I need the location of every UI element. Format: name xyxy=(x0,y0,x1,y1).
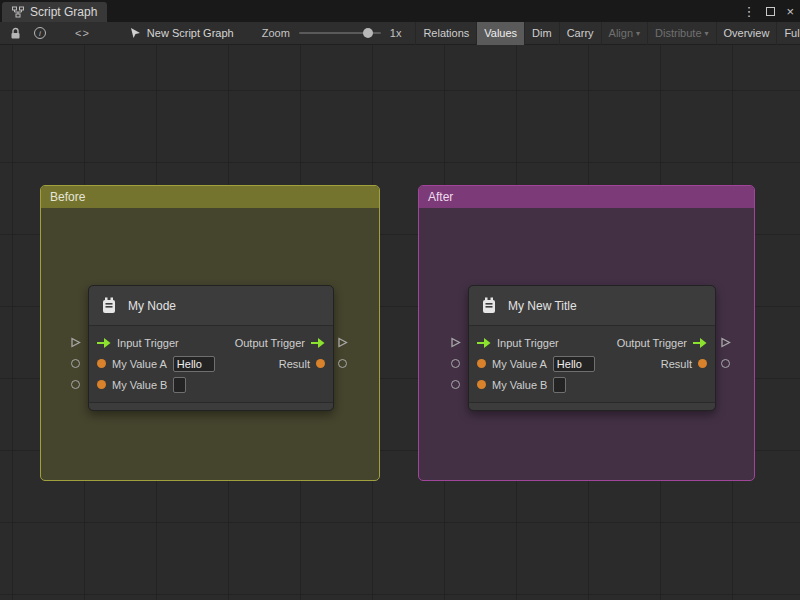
group-title: After xyxy=(428,190,453,204)
align-dropdown[interactable]: Align ▾ xyxy=(601,22,647,45)
overview-button[interactable]: Overview xyxy=(716,22,777,45)
port-label: My Value A xyxy=(112,358,167,370)
code-icon[interactable]: <> xyxy=(75,27,90,39)
node-my-new-title[interactable]: My New Title Input Trigger Output Trigge… xyxy=(468,285,716,411)
fullscreen-button[interactable]: Full Scr xyxy=(776,22,800,45)
graph-name-breadcrumb[interactable]: New Script Graph xyxy=(130,27,234,39)
port-input-trigger[interactable]: Input Trigger xyxy=(97,337,179,349)
value-a-input[interactable] xyxy=(553,356,595,372)
zoom-control: Zoom 1x xyxy=(262,27,402,39)
group-after-header[interactable]: After xyxy=(419,186,754,208)
ext-value-b-port[interactable] xyxy=(71,380,80,389)
value-b-input[interactable] xyxy=(553,377,566,393)
toolbar-buttons: Relations Values Dim Carry Align ▾ Distr… xyxy=(415,22,800,45)
button-label: Carry xyxy=(567,27,594,39)
flow-in-arrow-icon xyxy=(97,338,111,348)
ext-result-port[interactable] xyxy=(721,359,730,368)
ext-flow-output-port[interactable] xyxy=(337,337,348,348)
value-b-input[interactable] xyxy=(173,377,186,393)
button-label: Align xyxy=(609,27,633,39)
flow-in-arrow-icon xyxy=(477,338,491,348)
port-label: Input Trigger xyxy=(117,337,179,349)
ext-value-a-port[interactable] xyxy=(71,359,80,368)
value-port-icon xyxy=(477,380,486,389)
ext-flow-input-port[interactable] xyxy=(70,337,81,348)
chevron-down-icon: ▾ xyxy=(705,29,709,38)
node-title: My Node xyxy=(128,299,176,313)
value-port-icon xyxy=(97,359,106,368)
value-a-input[interactable] xyxy=(173,356,215,372)
button-label: Values xyxy=(484,27,517,39)
ext-result-port[interactable] xyxy=(338,359,347,368)
node-footer xyxy=(469,402,715,410)
port-my-value-a[interactable]: My Value A xyxy=(97,356,215,372)
port-my-value-b[interactable]: My Value B xyxy=(97,377,186,393)
button-label: Full Scr xyxy=(784,27,800,39)
ext-flow-input-port[interactable] xyxy=(450,337,461,348)
graph-name-label: New Script Graph xyxy=(147,27,234,39)
group-title: Before xyxy=(50,190,85,204)
window-controls: ⋮ × xyxy=(742,0,794,22)
port-label: Output Trigger xyxy=(235,337,305,349)
toolbar-left-icons: i <> xyxy=(0,27,100,40)
port-row: Input Trigger Output Trigger xyxy=(469,332,715,353)
flow-out-arrow-icon xyxy=(311,338,325,348)
distribute-dropdown[interactable]: Distribute ▾ xyxy=(647,22,715,45)
script-graph-icon xyxy=(12,6,24,18)
zoom-slider-thumb[interactable] xyxy=(363,28,373,38)
port-label: My Value B xyxy=(112,379,167,391)
port-result[interactable]: Result xyxy=(661,358,707,370)
port-row: My Value B xyxy=(469,374,715,395)
unit-icon xyxy=(99,296,119,316)
port-my-value-a[interactable]: My Value A xyxy=(477,356,595,372)
maximize-icon[interactable] xyxy=(766,7,775,16)
graph-toolbar: i <> New Script Graph Zoom 1x Relations … xyxy=(0,22,800,45)
ext-value-a-port[interactable] xyxy=(451,359,460,368)
tab-script-graph[interactable]: Script Graph xyxy=(2,2,107,22)
carry-button[interactable]: Carry xyxy=(559,22,601,45)
dim-button[interactable]: Dim xyxy=(524,22,559,45)
zoom-label: Zoom xyxy=(262,27,290,39)
value-port-icon xyxy=(97,380,106,389)
button-label: Overview xyxy=(724,27,770,39)
ext-flow-output-port[interactable] xyxy=(720,337,731,348)
port-row: My Value B xyxy=(89,374,333,395)
port-input-trigger[interactable]: Input Trigger xyxy=(477,337,559,349)
zoom-value: 1x xyxy=(390,27,402,39)
button-label: Distribute xyxy=(655,27,701,39)
port-row: Input Trigger Output Trigger xyxy=(89,332,333,353)
graph-canvas[interactable]: Before After My Node xyxy=(0,45,800,600)
port-row: My Value A Result xyxy=(89,353,333,374)
port-result[interactable]: Result xyxy=(279,358,325,370)
relations-button[interactable]: Relations xyxy=(415,22,476,45)
close-icon[interactable]: × xyxy=(786,5,794,18)
port-label: Result xyxy=(661,358,692,370)
port-label: Result xyxy=(279,358,310,370)
kebab-menu-icon[interactable]: ⋮ xyxy=(742,5,755,18)
tab-title: Script Graph xyxy=(30,5,97,19)
node-footer xyxy=(89,402,333,410)
flow-out-arrow-icon xyxy=(693,338,707,348)
info-icon-glyph: i xyxy=(39,29,41,38)
node-header[interactable]: My New Title xyxy=(469,286,715,326)
port-output-trigger[interactable]: Output Trigger xyxy=(617,337,707,349)
ext-value-b-port[interactable] xyxy=(451,380,460,389)
port-label: My Value A xyxy=(492,358,547,370)
lock-icon[interactable] xyxy=(10,27,21,40)
node-my-node[interactable]: My Node Input Trigger Output Trigger My … xyxy=(88,285,334,411)
graph-pointer-icon xyxy=(130,27,141,39)
port-output-trigger[interactable]: Output Trigger xyxy=(235,337,325,349)
unit-icon xyxy=(479,296,499,316)
button-label: Dim xyxy=(532,27,552,39)
port-my-value-b[interactable]: My Value B xyxy=(477,377,566,393)
value-port-icon xyxy=(698,359,707,368)
node-header[interactable]: My Node xyxy=(89,286,333,326)
values-button[interactable]: Values xyxy=(476,22,524,45)
zoom-slider[interactable] xyxy=(299,32,381,34)
chevron-down-icon: ▾ xyxy=(636,29,640,38)
port-label: Input Trigger xyxy=(497,337,559,349)
group-before-header[interactable]: Before xyxy=(41,186,379,208)
port-row: My Value A Result xyxy=(469,353,715,374)
info-icon[interactable]: i xyxy=(34,27,46,39)
node-port-area: Input Trigger Output Trigger My Value A … xyxy=(469,326,715,395)
